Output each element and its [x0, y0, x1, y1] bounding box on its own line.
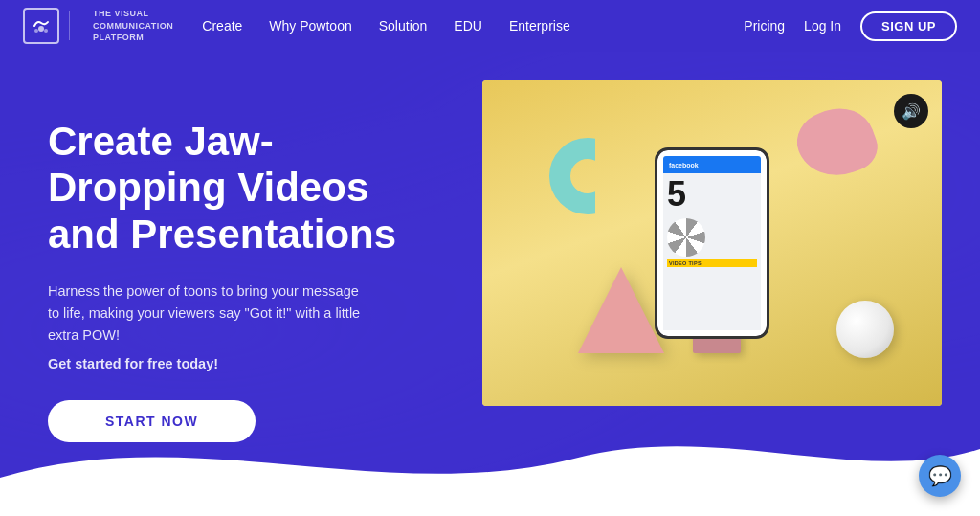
nav-link-edu[interactable]: EDU [454, 18, 482, 34]
svg-point-2 [44, 29, 48, 33]
hero-section: Create Jaw-Dropping Videos and Presentat… [0, 52, 980, 516]
navbar: THE VISUAL COMMUNICATION PLATFORM Create… [0, 0, 980, 52]
start-now-button[interactable]: START NOW [48, 400, 256, 442]
3d-sphere [836, 301, 894, 358]
sound-icon: 🔊 [902, 102, 921, 121]
chat-button[interactable]: 💬 [919, 455, 961, 497]
nav-link-solution[interactable]: Solution [379, 18, 428, 34]
nav-link-create[interactable]: Create [202, 18, 242, 34]
hero-title: Create Jaw-Dropping Videos and Presentat… [48, 119, 450, 258]
3d-cone [578, 267, 664, 353]
phone-video-label: VIDEO TIPS [667, 259, 757, 267]
phone-content: 5 VIDEO TIPS [663, 173, 761, 330]
nav-link-login[interactable]: Log In [804, 18, 841, 34]
svg-point-0 [38, 26, 44, 32]
phone-big-number: 5 [667, 177, 757, 212]
phone-platform-label: facebook [669, 162, 699, 168]
3d-blob [789, 98, 883, 187]
nav-link-why-powtoon[interactable]: Why Powtoon [269, 18, 351, 34]
svg-point-1 [34, 29, 38, 33]
nav-right: Pricing Log In SIGN UP [744, 11, 957, 41]
phone-screen: facebook 5 VIDEO TIPS [657, 150, 767, 336]
nav-link-pricing[interactable]: Pricing [744, 18, 785, 34]
nav-link-enterprise[interactable]: Enterprise [509, 18, 570, 34]
logo-area: THE VISUAL COMMUNICATION PLATFORM [23, 8, 173, 44]
logo-divider [69, 11, 70, 40]
logo-icon [23, 8, 59, 44]
phone-fb-bar: facebook [663, 156, 761, 173]
signup-button[interactable]: SIGN UP [860, 11, 957, 41]
3d-phone: facebook 5 VIDEO TIPS [655, 147, 769, 339]
hero-video-area: 🔊 facebook 5 VIDEO TIPS [482, 80, 942, 406]
hero-subtitle: Harness the power of toons to bring your… [48, 280, 373, 348]
sound-button[interactable]: 🔊 [894, 94, 928, 128]
nav-links: Create Why Powtoon Solution EDU Enterpri… [202, 18, 744, 34]
hero-left-content: Create Jaw-Dropping Videos and Presentat… [48, 119, 450, 442]
video-inner: 🔊 facebook 5 VIDEO TIPS [482, 80, 942, 406]
logo-tagline: THE VISUAL COMMUNICATION PLATFORM [93, 8, 173, 44]
hero-subtitle2: Get started for free today! [48, 356, 450, 371]
phone-circle-pattern [667, 218, 705, 257]
chat-icon: 💬 [928, 464, 952, 487]
3d-arc [549, 138, 626, 214]
